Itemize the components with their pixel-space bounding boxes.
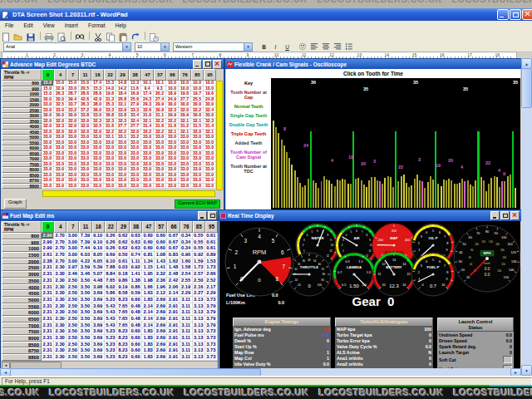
- print-button[interactable]: [44, 31, 55, 41]
- map-cell[interactable]: 6.02: [105, 284, 117, 291]
- column-header[interactable]: 76: [180, 221, 193, 233]
- map-cell[interactable]: 33.0: [204, 184, 216, 190]
- map-cell[interactable]: 33.0: [116, 184, 129, 190]
- map-cell[interactable]: 3.69: [92, 342, 105, 348]
- map-cell[interactable]: 1.58: [180, 264, 193, 271]
- column-header[interactable]: 85: [193, 221, 205, 233]
- map-cell[interactable]: 5.23: [105, 354, 117, 361]
- map-cell[interactable]: 3.00: [66, 239, 79, 246]
- map-cell[interactable]: 2.50: [66, 316, 79, 323]
- map-cell[interactable]: 1.48: [167, 264, 180, 271]
- map-cell[interactable]: 1.73: [205, 264, 218, 271]
- map-cell[interactable]: 0.83: [167, 252, 180, 259]
- map-cell[interactable]: 0.63: [130, 233, 142, 239]
- map-cell[interactable]: 2.50: [66, 328, 79, 335]
- maximize-button[interactable]: [500, 211, 510, 220]
- chevron-down-icon[interactable]: ▼: [122, 43, 131, 51]
- map-cell[interactable]: 33.0: [79, 184, 91, 190]
- map-cell[interactable]: 2.31: [42, 354, 54, 361]
- map-cell[interactable]: 6.03: [79, 252, 91, 259]
- map-cell[interactable]: 0.34: [180, 233, 193, 239]
- map-cell[interactable]: 0.55: [193, 245, 205, 252]
- map-cell[interactable]: 1.83: [142, 297, 155, 303]
- advance-map-titlebar[interactable]: Advance Map Edit Degrees BTDC: [1, 59, 224, 69]
- map-cell[interactable]: 2.30: [54, 271, 66, 278]
- map-cell[interactable]: 7.65: [117, 309, 130, 316]
- map-cell[interactable]: 7.65: [117, 316, 130, 323]
- map-cell[interactable]: 3.50: [79, 278, 91, 284]
- font-combo[interactable]: Arial▼: [3, 42, 131, 52]
- map-cell[interactable]: 1.15: [142, 264, 155, 271]
- maximize-button[interactable]: [510, 9, 521, 20]
- column-header[interactable]: 29: [116, 69, 129, 81]
- map-cell[interactable]: 2.91: [167, 335, 180, 342]
- map-cell[interactable]: 3.11: [180, 297, 193, 303]
- row-header[interactable]: 6000: [2, 309, 42, 316]
- map-cell[interactable]: 7.44: [79, 245, 91, 252]
- map-cell[interactable]: 3.46: [79, 271, 91, 278]
- map-cell[interactable]: 2.97: [66, 264, 79, 271]
- map-cell[interactable]: 9.10: [92, 233, 105, 239]
- map-cell[interactable]: 2.90: [42, 245, 54, 252]
- column-header[interactable]: 66: [166, 69, 179, 81]
- map-cell[interactable]: 2.31: [42, 335, 54, 342]
- find-button[interactable]: [75, 31, 86, 41]
- map-cell[interactable]: 3.79: [205, 323, 218, 329]
- map-cell[interactable]: 1.38: [130, 278, 142, 284]
- row-header[interactable]: 5500: [2, 303, 42, 310]
- map-cell[interactable]: 1.62: [167, 259, 180, 265]
- map-cell[interactable]: 2.91: [167, 316, 180, 323]
- vertical-scrollbar[interactable]: ▲ ▼: [521, 58, 532, 376]
- map-cell[interactable]: 1.59: [193, 259, 205, 265]
- map-cell[interactable]: 3.73: [205, 342, 218, 348]
- map-cell[interactable]: 3.11: [180, 354, 193, 361]
- row-header[interactable]: 2000: [2, 259, 42, 265]
- map-cell[interactable]: 0.60: [155, 245, 167, 252]
- map-cell[interactable]: 2.06: [167, 284, 180, 291]
- map-cell[interactable]: 1.73: [193, 264, 205, 271]
- map-cell[interactable]: 5.23: [105, 347, 117, 354]
- map-cell[interactable]: 33.0: [54, 184, 66, 190]
- map-cell[interactable]: 1.96: [155, 284, 167, 291]
- map-cell[interactable]: 5.86: [105, 290, 117, 297]
- map-cell[interactable]: 0.60: [155, 239, 167, 246]
- map-cell[interactable]: 33.0: [154, 184, 166, 190]
- map-cell[interactable]: 3.69: [92, 335, 105, 342]
- align-right-button[interactable]: [332, 42, 342, 52]
- map-cell[interactable]: 8.23: [117, 354, 130, 361]
- align-center-button[interactable]: [320, 42, 331, 52]
- map-cell[interactable]: 2.31: [42, 316, 54, 323]
- map-cell[interactable]: 0.03: [117, 264, 130, 271]
- map-cell[interactable]: 9.10: [92, 245, 105, 252]
- row-header[interactable]: 3500: [2, 278, 42, 284]
- column-header[interactable]: 38: [129, 69, 141, 81]
- map-cell[interactable]: 2.91: [167, 354, 180, 361]
- map-cell[interactable]: 0.62: [117, 239, 130, 246]
- map-cell[interactable]: 2.50: [66, 278, 79, 284]
- column-header[interactable]: 7: [66, 221, 79, 233]
- map-cell[interactable]: 1.83: [142, 354, 155, 361]
- map-cell[interactable]: 2.69: [155, 347, 167, 354]
- column-header[interactable]: 4: [54, 69, 66, 81]
- map-cell[interactable]: 0.26: [105, 233, 117, 239]
- map-cell[interactable]: 0.89: [205, 252, 218, 259]
- map-cell[interactable]: 0.26: [105, 239, 117, 246]
- chevron-down-icon[interactable]: ▼: [160, 43, 169, 51]
- map-cell[interactable]: 3.73: [205, 354, 218, 361]
- map-cell[interactable]: 2.69: [155, 342, 167, 348]
- map-cell[interactable]: 2.91: [167, 303, 180, 310]
- map-cell[interactable]: 3.11: [180, 323, 193, 329]
- bullets-button[interactable]: [343, 42, 354, 52]
- map-cell[interactable]: 8.84: [105, 271, 117, 278]
- map-cell[interactable]: 3.50: [79, 323, 91, 329]
- map-cell[interactable]: 3.11: [180, 316, 193, 323]
- maximize-button[interactable]: [208, 211, 217, 220]
- map-cell[interactable]: 1.41: [155, 264, 167, 271]
- map-cell[interactable]: 2.31: [42, 290, 54, 297]
- column-header[interactable]: 57: [154, 69, 166, 81]
- map-cell[interactable]: 0.60: [130, 335, 142, 342]
- map-cell[interactable]: 2.50: [66, 303, 79, 310]
- map-cell[interactable]: 33.0: [179, 184, 191, 190]
- map-cell[interactable]: 7.88: [105, 264, 117, 271]
- map-cell[interactable]: 2.50: [66, 309, 79, 316]
